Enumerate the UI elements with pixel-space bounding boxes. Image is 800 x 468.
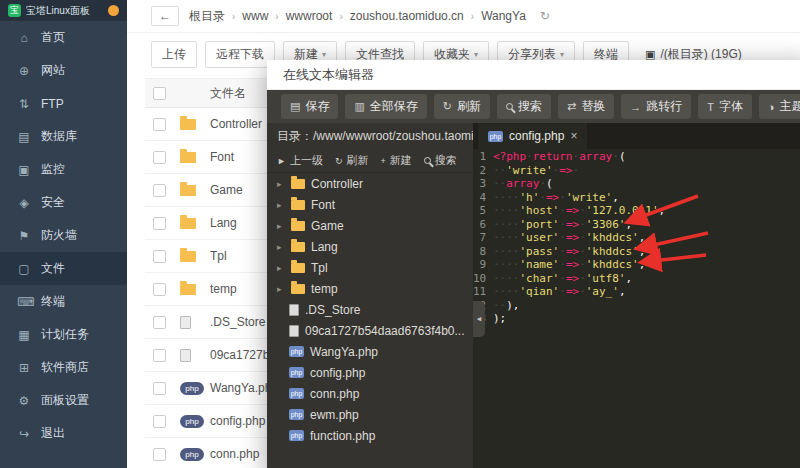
file-name[interactable]: .DS_Store [210, 315, 265, 329]
notification-badge[interactable] [108, 5, 119, 16]
breadcrumb-segment[interactable]: 根目录 [189, 8, 225, 25]
editor-button-label: 替换 [581, 98, 605, 115]
tree-item[interactable]: 09ca1727b54daad6763f4b0... [267, 320, 473, 341]
sidebar-item-label: FTP [41, 97, 64, 111]
tree-item[interactable]: phpWangYa.php [267, 341, 473, 362]
close-icon[interactable]: × [570, 129, 577, 143]
toolbar-upload-button[interactable]: 上传 [151, 41, 197, 68]
sidebar-item-database[interactable]: ▤数据库 [0, 120, 127, 153]
tree-item[interactable]: ▸Font [267, 194, 473, 215]
sidebar-item-app-store[interactable]: ⊞软件商店 [0, 351, 127, 384]
tree-item[interactable]: phpfunction.php [267, 425, 473, 446]
tree-item-name: temp [311, 282, 338, 296]
plus-icon: + [380, 156, 385, 166]
file-name[interactable]: Lang [210, 216, 237, 230]
tab-config-php[interactable]: php config.php × [478, 123, 587, 149]
refresh-icon: ↻ [443, 100, 452, 113]
sidebar-item-monitor[interactable]: ▣监控 [0, 153, 127, 186]
sidebar-item-security[interactable]: ◈安全 [0, 186, 127, 219]
file-icon [180, 316, 191, 329]
back-button[interactable]: ← [151, 6, 179, 26]
breadcrumb-segment[interactable]: www [242, 9, 268, 23]
tree-item[interactable]: ▸temp [267, 278, 473, 299]
sidebar-item-files[interactable]: ▢文件 [0, 252, 127, 285]
breadcrumb-segment[interactable]: wwwroot [286, 9, 333, 23]
line-number: 6 [473, 218, 493, 232]
tree-search-button[interactable]: 搜索 [424, 153, 457, 168]
breadcrumb-segment[interactable]: WangYa [481, 9, 526, 23]
store-icon: ⊞ [17, 361, 31, 375]
editor-search-button[interactable]: 搜索 [497, 94, 551, 119]
row-checkbox[interactable] [153, 283, 166, 296]
folder-icon [180, 284, 196, 295]
tree-item-name: Lang [311, 240, 338, 254]
replace-icon: ⇄ [567, 100, 576, 113]
row-checkbox[interactable] [153, 151, 166, 164]
tree-item[interactable]: ▸Game [267, 215, 473, 236]
tree-item[interactable]: ▸Tpl [267, 257, 473, 278]
editor-goto-line-button[interactable]: →跳转行 [621, 94, 691, 119]
editor-replace-button[interactable]: ⇄替换 [558, 94, 614, 119]
sidebar-item-panel-settings[interactable]: ⚙面板设置 [0, 384, 127, 417]
editor-refresh-button[interactable]: ↻刷新 [434, 94, 490, 119]
toolbar-remote-download-button[interactable]: 远程下载 [205, 41, 275, 68]
tree-new-button[interactable]: +新建 [380, 153, 411, 168]
chevron-right-icon: ▸ [277, 221, 285, 231]
sidebar-item-firewall[interactable]: ⚑防火墙 [0, 219, 127, 252]
tree-item[interactable]: phpconn.php [267, 383, 473, 404]
tree-item-name: Tpl [311, 261, 328, 275]
row-checkbox[interactable] [153, 217, 166, 230]
select-all-checkbox[interactable] [153, 87, 166, 100]
sidebar-item-terminal[interactable]: ⌨终端 [0, 285, 127, 318]
file-name[interactable]: Game [210, 183, 243, 197]
sidebar-item-logout[interactable]: ↪退出 [0, 417, 127, 450]
tree-refresh-button[interactable]: ↻刷新 [335, 153, 369, 168]
save-icon: ▤ [290, 100, 300, 113]
file-name[interactable]: Controller [210, 117, 262, 131]
file-name[interactable]: Font [210, 150, 234, 164]
sidebar-item-website[interactable]: ⊕网站 [0, 54, 127, 87]
row-checkbox[interactable] [153, 349, 166, 362]
row-checkbox[interactable] [153, 316, 166, 329]
row-checkbox[interactable] [153, 118, 166, 131]
file-name[interactable]: config.php [210, 414, 265, 428]
file-name[interactable]: Tpl [210, 249, 227, 263]
tree-item[interactable]: .DS_Store [267, 299, 473, 320]
theme-icon: ◑ [768, 101, 775, 113]
code-editor[interactable]: 1<?php·return·array·(2··'write'·=>·3··ar… [473, 149, 800, 468]
file-name[interactable]: temp [210, 282, 237, 296]
tree-item[interactable]: phpewm.php [267, 404, 473, 425]
sidebar-item-ftp[interactable]: ⇅FTP [0, 87, 127, 120]
chevron-down-icon: ▾ [560, 50, 564, 59]
row-checkbox[interactable] [153, 184, 166, 197]
collapse-tree-button[interactable]: ◀ [473, 301, 485, 337]
folder-icon [180, 251, 196, 262]
chevron-right-icon: ▸ [277, 200, 285, 210]
sidebar-item-cron[interactable]: ▦计划任务 [0, 318, 127, 351]
line-number: 1 [473, 150, 493, 164]
tree-item[interactable]: phpconfig.php [267, 362, 473, 383]
editor-theme-button[interactable]: ◑主题 [759, 94, 800, 119]
editor-button-label: 全部保存 [370, 98, 418, 115]
tree-item[interactable]: ▸Controller [267, 173, 473, 194]
refresh-icon[interactable]: ↻ [540, 9, 550, 23]
row-checkbox[interactable] [153, 382, 166, 395]
breadcrumb-segment[interactable]: zoushou.taomiduo.cn [350, 9, 464, 23]
editor-save-all-button[interactable]: ▥全部保存 [345, 94, 426, 119]
editor-font-button[interactable]: T字体 [698, 94, 752, 119]
breadcrumb-separator: › [471, 11, 474, 22]
tree-up-level-button[interactable]: ►上一级 [277, 153, 323, 168]
row-checkbox[interactable] [153, 448, 166, 461]
tree-item[interactable]: ▸Lang [267, 236, 473, 257]
row-checkbox[interactable] [153, 250, 166, 263]
editor-modal-header[interactable]: 在线文本编辑器 [267, 60, 800, 90]
chevron-right-icon: ▸ [277, 242, 285, 252]
tree-item-name: WangYa.php [310, 345, 378, 359]
sidebar-item-label: 面板设置 [41, 392, 89, 409]
sidebar-item-home[interactable]: ⌂首页 [0, 21, 127, 54]
file-name[interactable]: conn.php [210, 447, 259, 461]
code-line: 7····'user'·=>·'khddcs', [473, 231, 800, 245]
row-checkbox[interactable] [153, 415, 166, 428]
tree-toolbar: ►上一级↻刷新+新建搜索 [267, 149, 473, 173]
editor-save-button[interactable]: ▤保存 [281, 94, 338, 119]
